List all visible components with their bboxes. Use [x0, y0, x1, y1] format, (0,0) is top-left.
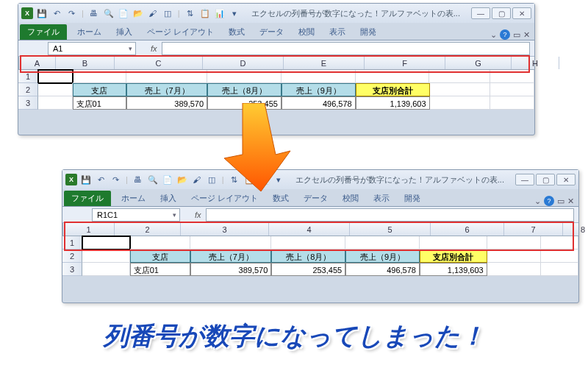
cell[interactable]	[487, 236, 542, 250]
minimize-button[interactable]: ―	[515, 174, 534, 185]
cell[interactable]: 389,570	[190, 263, 271, 276]
save-icon[interactable]: 💾	[80, 174, 92, 185]
preview-icon[interactable]: 🔍	[147, 174, 159, 185]
mdi-restore-icon[interactable]: ▭	[513, 30, 520, 40]
cell[interactable]: 売上（9月）	[345, 250, 420, 263]
undo-icon[interactable]: ↶	[95, 174, 107, 185]
eraser-icon[interactable]: ◫	[162, 7, 173, 19]
column-header[interactable]: 3	[181, 223, 269, 236]
minimize-button[interactable]: ―	[471, 7, 490, 19]
column-header[interactable]: 6	[431, 223, 504, 236]
column-header[interactable]: 7	[504, 223, 563, 236]
cell[interactable]: 売上（8月）	[271, 250, 345, 263]
cell[interactable]: 支店	[130, 250, 191, 263]
cell[interactable]	[82, 263, 129, 276]
cell[interactable]: 496,578	[345, 263, 420, 276]
row-header[interactable]: 3	[18, 96, 38, 110]
brush-icon[interactable]: 🖌	[147, 7, 159, 19]
column-header[interactable]: 5	[350, 223, 431, 236]
cell[interactable]: 支店別合計	[356, 83, 430, 96]
tab-page-layout[interactable]: ページ レイアウト	[140, 24, 221, 40]
cell[interactable]	[541, 263, 578, 276]
maximize-button[interactable]: ▢	[536, 174, 555, 185]
help-icon[interactable]: ?	[544, 196, 554, 206]
tab-view[interactable]: 表示	[366, 191, 397, 206]
tab-developer[interactable]: 開発	[353, 24, 384, 40]
cell[interactable]	[541, 236, 578, 250]
ribbon-min-icon[interactable]: ⌄	[534, 197, 541, 206]
column-header[interactable]: D	[203, 57, 284, 69]
chart-icon[interactable]: 📊	[214, 7, 226, 19]
name-box[interactable]: R1C1	[92, 208, 180, 222]
tab-data[interactable]: データ	[296, 191, 335, 206]
mdi-close-icon[interactable]: ✕	[523, 30, 530, 40]
cell[interactable]: 売上（8月）	[207, 83, 282, 96]
tab-review[interactable]: 校閲	[291, 24, 322, 40]
print-icon[interactable]: 🖶	[132, 174, 144, 185]
cell[interactable]	[430, 83, 491, 96]
mdi-close-icon[interactable]: ✕	[567, 197, 574, 206]
tab-review[interactable]: 校閲	[335, 191, 366, 206]
cell[interactable]: 253,455	[207, 96, 282, 110]
cell[interactable]	[490, 70, 534, 83]
mdi-restore-icon[interactable]: ▭	[557, 197, 564, 206]
column-header[interactable]: 1	[63, 223, 115, 236]
cell[interactable]: 支店別合計	[420, 250, 487, 263]
fx-icon[interactable]: fx	[151, 44, 157, 53]
row-header[interactable]: 1	[18, 70, 38, 83]
save-icon[interactable]: 💾	[36, 7, 48, 19]
column-header[interactable]: 2	[115, 223, 181, 236]
cell[interactable]: 支店01	[130, 263, 191, 276]
cell[interactable]	[282, 70, 356, 83]
redo-icon[interactable]: ↷	[65, 7, 77, 19]
tab-home[interactable]: ホーム	[70, 24, 109, 40]
new-icon[interactable]: 📄	[118, 7, 129, 19]
redo-icon[interactable]: ↷	[110, 174, 121, 185]
close-button[interactable]: ✕	[512, 7, 531, 19]
cell[interactable]	[487, 263, 541, 276]
row-header[interactable]: 2	[62, 250, 82, 263]
column-header[interactable]: B	[56, 57, 115, 69]
column-header[interactable]: F	[365, 57, 445, 69]
close-button[interactable]: ✕	[556, 174, 576, 185]
tab-file[interactable]: ファイル	[64, 191, 111, 206]
cell[interactable]: 支店01	[73, 96, 127, 110]
copy-icon[interactable]: 📋	[199, 7, 211, 19]
tab-formulas[interactable]: 数式	[221, 24, 252, 40]
cell[interactable]	[82, 250, 129, 263]
formula-input[interactable]	[162, 42, 530, 55]
maximize-button[interactable]: ▢	[492, 7, 511, 19]
open-icon[interactable]: 📂	[132, 7, 144, 19]
cell[interactable]	[345, 236, 420, 250]
tab-data[interactable]: データ	[252, 24, 291, 40]
row-header[interactable]: 1	[62, 236, 82, 250]
ribbon-min-icon[interactable]: ⌄	[490, 30, 497, 40]
cell[interactable]	[429, 70, 490, 83]
column-header[interactable]: C	[115, 57, 203, 69]
cell[interactable]	[207, 70, 282, 83]
tab-page-layout[interactable]: ページ レイアウト	[184, 191, 265, 206]
column-header[interactable]: A	[19, 57, 56, 69]
cell[interactable]: 売上（9月）	[282, 83, 356, 96]
cell[interactable]	[190, 236, 271, 250]
undo-icon[interactable]: ↶	[51, 7, 62, 19]
cell[interactable]	[38, 83, 72, 96]
cell[interactable]	[126, 70, 207, 83]
cell[interactable]	[541, 250, 578, 263]
cell[interactable]	[38, 96, 72, 110]
preview-icon[interactable]: 🔍	[103, 7, 115, 19]
cell[interactable]	[420, 236, 487, 250]
cell[interactable]: 389,570	[126, 96, 207, 110]
eraser-icon[interactable]: ◫	[206, 174, 218, 185]
open-icon[interactable]: 📂	[176, 174, 188, 185]
tab-view[interactable]: 表示	[322, 24, 353, 40]
column-header[interactable]: H	[512, 57, 559, 69]
copy-icon[interactable]: 📋	[243, 174, 255, 185]
name-box[interactable]: A1	[48, 42, 136, 55]
cell[interactable]	[130, 236, 191, 250]
new-icon[interactable]: 📄	[162, 174, 173, 185]
cell[interactable]	[73, 70, 127, 83]
cell[interactable]	[271, 236, 345, 250]
cell[interactable]: 1,139,603	[420, 263, 487, 276]
cell[interactable]: 1,139,603	[356, 96, 430, 110]
